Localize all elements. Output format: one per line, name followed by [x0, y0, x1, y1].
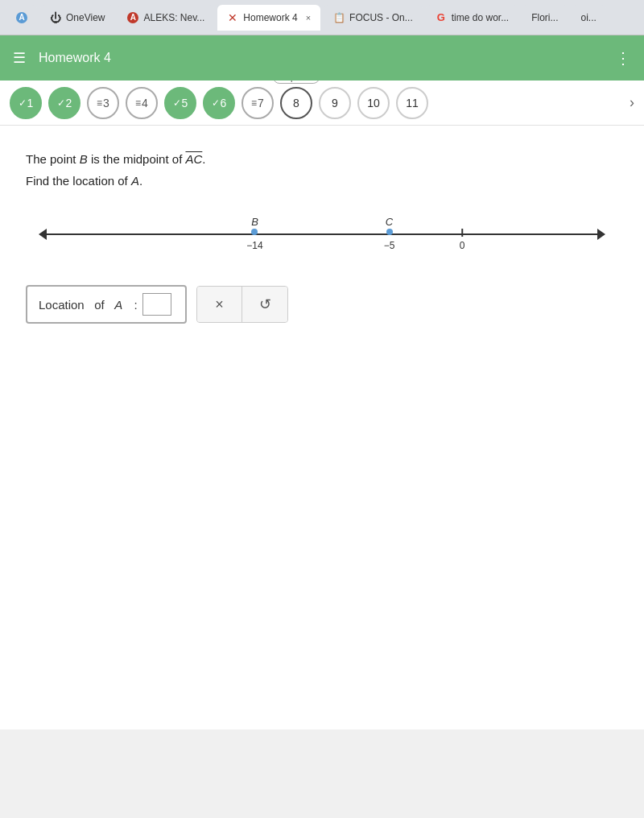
partial-icon-7: ≡: [251, 97, 257, 109]
var-b: B: [80, 152, 88, 166]
check-icon-6: ✓: [212, 97, 220, 109]
partial-icon-4: ≡: [135, 97, 141, 109]
tab-oi[interactable]: oi...: [572, 5, 606, 31]
espanol-tooltip: Español: [273, 81, 320, 84]
answer-colon: :: [134, 298, 138, 312]
answer-box: Location of A :: [26, 285, 187, 324]
point-c-value: −5: [384, 240, 395, 251]
partial-icon-3: ≡: [97, 97, 102, 109]
number-line: B −14 C −5 0: [42, 211, 602, 259]
browser-chrome: A ⏻ OneView A ALEKS: Nev... ✕ Homework 4…: [0, 0, 644, 35]
check-icon-5: ✓: [173, 97, 181, 109]
question-btn-2[interactable]: ✓2: [48, 87, 80, 119]
tab-a-icon: A: [16, 12, 27, 23]
segment-ac: AC: [185, 152, 202, 166]
question-btn-10[interactable]: 10: [357, 87, 390, 119]
problem-line1: The point B is the midpoint of AC.: [26, 148, 618, 170]
question-btn-5[interactable]: ✓5: [164, 87, 196, 119]
question-nav: ✓1 ✓2 ≡3 ≡4 ✓5 ✓6 ≡7 Español 8 9 10 11 ›: [0, 81, 644, 126]
action-buttons: × ↺: [196, 286, 288, 323]
answer-area: Location of A : × ↺: [26, 285, 618, 324]
question-btn-7[interactable]: ≡7: [242, 87, 274, 119]
number-line-body: [42, 233, 602, 235]
point-b: [251, 229, 258, 235]
tick-0-label: 0: [460, 240, 465, 251]
reset-button[interactable]: ↺: [242, 287, 287, 322]
tab-homework4[interactable]: ✕ Homework 4 ×: [217, 5, 320, 31]
app-header: ☰ Homework 4 ⋮: [0, 35, 644, 81]
check-icon-2: ✓: [57, 97, 65, 109]
number-line-arrow-left: [39, 229, 47, 240]
question-btn-6[interactable]: ✓6: [203, 87, 235, 119]
point-c: [386, 229, 393, 235]
question-btn-11[interactable]: 11: [396, 87, 428, 119]
problem-text: The point B is the midpoint of AC. Find …: [26, 148, 618, 192]
more-icon[interactable]: ⋮: [615, 48, 631, 68]
point-b-value: −14: [246, 240, 262, 251]
question-btn-8[interactable]: Español 8: [280, 87, 312, 119]
tab-oneview-icon: ⏻: [50, 12, 61, 23]
point-c-label: C: [386, 216, 393, 228]
tab-homework4-close[interactable]: ×: [306, 13, 311, 23]
app-title: Homework 4: [39, 51, 602, 65]
nav-next-arrow[interactable]: ›: [630, 94, 634, 111]
tab-focus-icon: 📋: [333, 12, 345, 23]
menu-icon[interactable]: ☰: [13, 49, 26, 67]
tab-focus[interactable]: 📋 FOCUS - On...: [324, 5, 423, 31]
number-line-arrow-right: [597, 229, 605, 240]
problem-line2: Find the location of A.: [26, 170, 618, 192]
clear-button[interactable]: ×: [197, 287, 242, 322]
main-content: The point B is the midpoint of AC. Find …: [0, 126, 644, 729]
check-icon-1: ✓: [19, 97, 27, 109]
tab-google-icon: G: [436, 12, 447, 23]
tick-0: [461, 229, 463, 237]
question-btn-1[interactable]: ✓1: [10, 87, 42, 119]
question-btn-9[interactable]: 9: [319, 87, 351, 119]
answer-input[interactable]: [142, 293, 171, 316]
tab-a[interactable]: A: [6, 5, 37, 31]
tab-homework4-icon: ✕: [227, 12, 238, 23]
question-btn-3[interactable]: ≡3: [87, 87, 119, 119]
point-b-label: B: [251, 216, 258, 228]
tab-flori[interactable]: Flori...: [522, 5, 568, 31]
tab-google[interactable]: G time do wor...: [426, 5, 518, 31]
number-line-container: B −14 C −5 0: [26, 211, 618, 259]
tab-oneview[interactable]: ⏻ OneView: [40, 5, 114, 31]
answer-label: Location of A: [39, 298, 130, 312]
question-btn-4[interactable]: ≡4: [126, 87, 158, 119]
tab-aleks[interactable]: A ALEKS: Nev...: [118, 5, 214, 31]
tab-aleks-icon: A: [127, 12, 138, 23]
var-a: A: [131, 174, 139, 188]
